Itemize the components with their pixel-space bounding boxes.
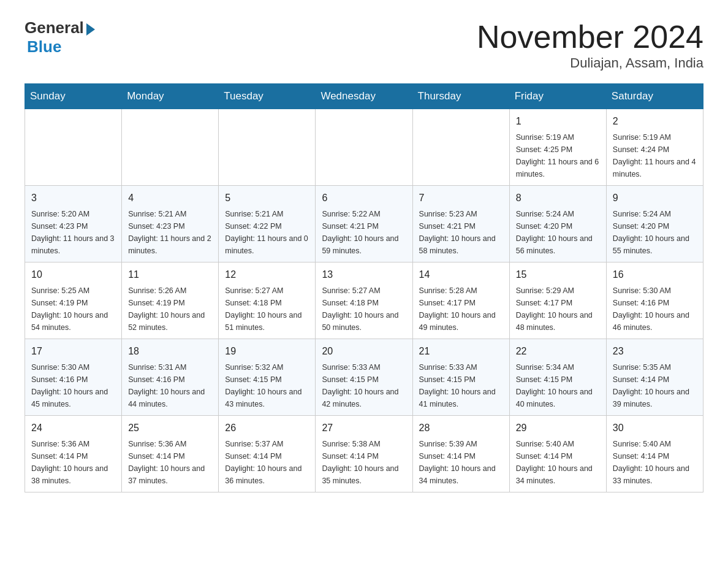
day-of-week-header-wednesday: Wednesday [316, 84, 412, 109]
day-info: Sunrise: 5:39 AM Sunset: 4:14 PM Dayligh… [419, 438, 503, 487]
day-info: Sunrise: 5:28 AM Sunset: 4:17 PM Dayligh… [419, 285, 503, 334]
day-number: 26 [225, 421, 309, 435]
logo: General Blue [25, 18, 95, 56]
day-info: Sunrise: 5:26 AM Sunset: 4:19 PM Dayligh… [128, 285, 212, 334]
day-info: Sunrise: 5:21 AM Sunset: 4:23 PM Dayligh… [128, 208, 212, 257]
day-info: Sunrise: 5:36 AM Sunset: 4:14 PM Dayligh… [31, 438, 115, 487]
calendar-cell: 24Sunrise: 5:36 AM Sunset: 4:14 PM Dayli… [25, 416, 122, 492]
day-number: 17 [31, 344, 115, 359]
day-info: Sunrise: 5:24 AM Sunset: 4:20 PM Dayligh… [613, 208, 697, 257]
calendar-cell: 15Sunrise: 5:29 AM Sunset: 4:17 PM Dayli… [509, 262, 606, 339]
calendar-cell: 13Sunrise: 5:27 AM Sunset: 4:18 PM Dayli… [316, 262, 412, 339]
calendar-table: SundayMondayTuesdayWednesdayThursdayFrid… [25, 83, 703, 492]
calendar-cell [25, 109, 122, 186]
calendar-cell: 14Sunrise: 5:28 AM Sunset: 4:17 PM Dayli… [412, 262, 509, 339]
day-info: Sunrise: 5:25 AM Sunset: 4:19 PM Dayligh… [31, 285, 115, 334]
logo-blue-text: Blue [25, 37, 95, 56]
calendar-cell [219, 109, 316, 186]
calendar-cell: 30Sunrise: 5:40 AM Sunset: 4:14 PM Dayli… [606, 416, 703, 492]
day-number: 6 [322, 191, 406, 205]
day-info: Sunrise: 5:32 AM Sunset: 4:15 PM Dayligh… [225, 361, 309, 410]
day-info: Sunrise: 5:27 AM Sunset: 4:18 PM Dayligh… [322, 285, 406, 334]
calendar-cell: 19Sunrise: 5:32 AM Sunset: 4:15 PM Dayli… [219, 339, 316, 416]
calendar-cell: 6Sunrise: 5:22 AM Sunset: 4:21 PM Daylig… [316, 186, 412, 262]
calendar-cell: 4Sunrise: 5:21 AM Sunset: 4:23 PM Daylig… [122, 186, 219, 262]
calendar-week-row: 10Sunrise: 5:25 AM Sunset: 4:19 PM Dayli… [25, 262, 703, 339]
day-info: Sunrise: 5:22 AM Sunset: 4:21 PM Dayligh… [322, 208, 406, 257]
day-number: 25 [128, 421, 212, 435]
day-info: Sunrise: 5:29 AM Sunset: 4:17 PM Dayligh… [516, 285, 600, 334]
calendar-cell: 21Sunrise: 5:33 AM Sunset: 4:15 PM Dayli… [412, 339, 509, 416]
day-info: Sunrise: 5:27 AM Sunset: 4:18 PM Dayligh… [225, 285, 309, 334]
calendar-cell: 26Sunrise: 5:37 AM Sunset: 4:14 PM Dayli… [219, 416, 316, 492]
day-number: 3 [31, 191, 115, 205]
calendar-cell: 12Sunrise: 5:27 AM Sunset: 4:18 PM Dayli… [219, 262, 316, 339]
calendar-cell: 16Sunrise: 5:30 AM Sunset: 4:16 PM Dayli… [606, 262, 703, 339]
day-info: Sunrise: 5:37 AM Sunset: 4:14 PM Dayligh… [225, 438, 309, 487]
day-number: 28 [419, 421, 503, 435]
month-title: November 2024 [477, 18, 703, 55]
day-info: Sunrise: 5:40 AM Sunset: 4:14 PM Dayligh… [613, 438, 697, 487]
day-info: Sunrise: 5:30 AM Sunset: 4:16 PM Dayligh… [613, 285, 697, 334]
day-number: 16 [613, 267, 697, 282]
day-info: Sunrise: 5:38 AM Sunset: 4:14 PM Dayligh… [322, 438, 406, 487]
day-number: 18 [128, 344, 212, 359]
day-number: 1 [516, 114, 600, 129]
calendar-cell: 3Sunrise: 5:20 AM Sunset: 4:23 PM Daylig… [25, 186, 122, 262]
calendar-cell: 5Sunrise: 5:21 AM Sunset: 4:22 PM Daylig… [219, 186, 316, 262]
calendar-week-row: 24Sunrise: 5:36 AM Sunset: 4:14 PM Dayli… [25, 416, 703, 492]
calendar-cell: 27Sunrise: 5:38 AM Sunset: 4:14 PM Dayli… [316, 416, 412, 492]
calendar-cell: 2Sunrise: 5:19 AM Sunset: 4:24 PM Daylig… [606, 109, 703, 186]
day-number: 13 [322, 267, 406, 282]
day-number: 27 [322, 421, 406, 435]
calendar-cell: 11Sunrise: 5:26 AM Sunset: 4:19 PM Dayli… [122, 262, 219, 339]
day-number: 29 [516, 421, 600, 435]
day-number: 15 [516, 267, 600, 282]
day-info: Sunrise: 5:34 AM Sunset: 4:15 PM Dayligh… [516, 361, 600, 410]
calendar-cell: 29Sunrise: 5:40 AM Sunset: 4:14 PM Dayli… [509, 416, 606, 492]
calendar-week-row: 1Sunrise: 5:19 AM Sunset: 4:25 PM Daylig… [25, 109, 703, 186]
day-info: Sunrise: 5:20 AM Sunset: 4:23 PM Dayligh… [31, 208, 115, 257]
calendar-cell [412, 109, 509, 186]
day-number: 21 [419, 344, 503, 359]
calendar-cell: 7Sunrise: 5:23 AM Sunset: 4:21 PM Daylig… [412, 186, 509, 262]
day-number: 23 [613, 344, 697, 359]
day-info: Sunrise: 5:31 AM Sunset: 4:16 PM Dayligh… [128, 361, 212, 410]
day-info: Sunrise: 5:23 AM Sunset: 4:21 PM Dayligh… [419, 208, 503, 257]
calendar-cell: 25Sunrise: 5:36 AM Sunset: 4:14 PM Dayli… [122, 416, 219, 492]
calendar-cell: 17Sunrise: 5:30 AM Sunset: 4:16 PM Dayli… [25, 339, 122, 416]
day-of-week-header-saturday: Saturday [606, 84, 703, 109]
day-number: 24 [31, 421, 115, 435]
day-of-week-header-thursday: Thursday [412, 84, 509, 109]
day-info: Sunrise: 5:36 AM Sunset: 4:14 PM Dayligh… [128, 438, 212, 487]
calendar-cell: 18Sunrise: 5:31 AM Sunset: 4:16 PM Dayli… [122, 339, 219, 416]
day-number: 20 [322, 344, 406, 359]
day-info: Sunrise: 5:33 AM Sunset: 4:15 PM Dayligh… [322, 361, 406, 410]
day-number: 19 [225, 344, 309, 359]
page-header: General Blue November 2024 Duliajan, Ass… [25, 18, 703, 71]
day-of-week-header-monday: Monday [122, 84, 219, 109]
day-number: 4 [128, 191, 212, 205]
day-number: 11 [128, 267, 212, 282]
day-info: Sunrise: 5:35 AM Sunset: 4:14 PM Dayligh… [613, 361, 697, 410]
logo-general-text: General [25, 18, 84, 37]
day-info: Sunrise: 5:40 AM Sunset: 4:14 PM Dayligh… [516, 438, 600, 487]
calendar-week-row: 17Sunrise: 5:30 AM Sunset: 4:16 PM Dayli… [25, 339, 703, 416]
location-subtitle: Duliajan, Assam, India [477, 55, 703, 71]
calendar-cell: 1Sunrise: 5:19 AM Sunset: 4:25 PM Daylig… [509, 109, 606, 186]
day-of-week-header-sunday: Sunday [25, 84, 122, 109]
calendar-cell: 23Sunrise: 5:35 AM Sunset: 4:14 PM Dayli… [606, 339, 703, 416]
day-number: 12 [225, 267, 309, 282]
day-number: 7 [419, 191, 503, 205]
logo-arrow-icon [86, 23, 95, 36]
day-number: 9 [613, 191, 697, 205]
calendar-cell [316, 109, 412, 186]
day-of-week-header-friday: Friday [509, 84, 606, 109]
calendar-cell: 28Sunrise: 5:39 AM Sunset: 4:14 PM Dayli… [412, 416, 509, 492]
day-of-week-header-tuesday: Tuesday [219, 84, 316, 109]
day-number: 22 [516, 344, 600, 359]
calendar-cell: 9Sunrise: 5:24 AM Sunset: 4:20 PM Daylig… [606, 186, 703, 262]
calendar-cell: 10Sunrise: 5:25 AM Sunset: 4:19 PM Dayli… [25, 262, 122, 339]
day-info: Sunrise: 5:24 AM Sunset: 4:20 PM Dayligh… [516, 208, 600, 257]
calendar-week-row: 3Sunrise: 5:20 AM Sunset: 4:23 PM Daylig… [25, 186, 703, 262]
